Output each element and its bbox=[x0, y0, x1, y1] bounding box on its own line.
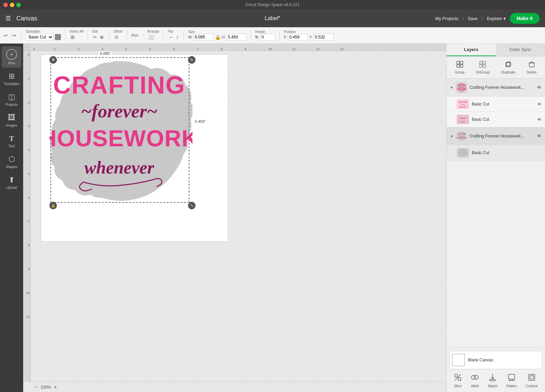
my-projects-button[interactable]: My Projects bbox=[435, 16, 458, 21]
layer-item-3[interactable]: Basic Cut bbox=[447, 145, 545, 161]
svg-text:HOUSEWRK: HOUSEWRK bbox=[456, 137, 467, 139]
layer-group-2-header[interactable]: ▼ CRAFTING forever HOUSEWRK Crafting For… bbox=[447, 127, 545, 145]
layer-group-1-header[interactable]: ▼ CRAFTING forever HOUSEWRK Crafting For… bbox=[447, 79, 545, 97]
offset-button[interactable]: ⊙ bbox=[113, 33, 120, 41]
redo-button[interactable]: ↪ bbox=[11, 32, 17, 39]
pos-y-input[interactable] bbox=[313, 34, 334, 40]
flip-h-button[interactable]: ↔ bbox=[168, 33, 174, 41]
new-icon: + bbox=[6, 49, 17, 60]
sidebar-shapes-label: Shapes bbox=[6, 165, 17, 169]
pos-x-input[interactable] bbox=[287, 34, 308, 40]
delete-action[interactable]: Delete bbox=[524, 59, 539, 76]
delete-handle[interactable]: ✕ bbox=[49, 56, 57, 64]
blank-canvas-area[interactable]: Blank Canvas bbox=[449, 351, 542, 369]
operation-color-swatch[interactable] bbox=[55, 34, 61, 40]
minimize-button[interactable] bbox=[10, 3, 14, 7]
rotate-group: Rotate ↻ bbox=[255, 30, 280, 40]
svg-text:CRAFTING: CRAFTING bbox=[457, 133, 466, 135]
operation-label: Operation bbox=[26, 30, 61, 33]
templates-icon: ⊞ bbox=[9, 72, 15, 81]
document-label[interactable]: Label* bbox=[265, 15, 280, 21]
zoom-in-button[interactable]: + bbox=[54, 384, 57, 390]
canvas-area[interactable]: 0 1 2 3 4 5 6 7 8 9 10 11 12 13 0 1 2 bbox=[23, 44, 446, 392]
svg-text:whenever: whenever bbox=[84, 158, 154, 177]
close-button[interactable] bbox=[3, 3, 8, 7]
group-label: Group bbox=[455, 70, 465, 74]
duplicate-action[interactable]: Duplicate bbox=[498, 59, 518, 76]
maximize-button[interactable] bbox=[16, 3, 21, 7]
layer-1-name: Basic Cut bbox=[472, 102, 534, 107]
width-measurement: 6.085" bbox=[99, 51, 112, 56]
contour-tool[interactable]: Contour bbox=[526, 373, 538, 388]
svg-point-38 bbox=[474, 375, 478, 379]
height-label: H bbox=[222, 35, 225, 39]
operation-select[interactable]: Basic Cut bbox=[26, 33, 53, 41]
contour-label: Contour bbox=[526, 384, 538, 388]
zoom-out-button[interactable]: − bbox=[35, 384, 38, 390]
scale-handle[interactable]: ⤡ bbox=[188, 202, 196, 209]
layer-item-2[interactable]: forever whenever Basic Cut 👁 bbox=[447, 112, 545, 127]
layer-2-visibility-icon[interactable]: 👁 bbox=[537, 117, 542, 122]
attach-tool[interactable]: Attach bbox=[488, 373, 497, 388]
edit-button2[interactable]: ⊕ bbox=[99, 33, 105, 41]
select-all-button[interactable]: ⊞ bbox=[69, 33, 76, 41]
menu-icon[interactable]: ☰ bbox=[5, 15, 11, 22]
duplicate-label: Duplicate bbox=[501, 70, 515, 74]
lock-handle[interactable]: 🔒 bbox=[49, 202, 57, 209]
svg-rect-39 bbox=[490, 379, 495, 381]
edit-button[interactable]: ✂ bbox=[92, 33, 98, 41]
lock-icon[interactable]: 🔒 bbox=[215, 34, 221, 40]
layer-1-visibility-icon[interactable]: 👁 bbox=[537, 102, 542, 107]
layer-item-1[interactable]: CRAFTING forever HOUSEWRK Basic Cut 👁 bbox=[447, 97, 545, 112]
make-it-button[interactable]: Make It bbox=[510, 13, 540, 24]
width-label: W bbox=[188, 35, 191, 39]
rotate-handle[interactable]: ↻ bbox=[188, 56, 196, 64]
rotate-label: Rotate bbox=[255, 30, 275, 34]
svg-text:~forever~: ~forever~ bbox=[81, 101, 158, 121]
arrange-button[interactable]: ⬜ bbox=[147, 33, 155, 41]
weld-tool[interactable]: Weld bbox=[471, 373, 479, 388]
tab-color-sync[interactable]: Color Sync bbox=[496, 44, 545, 56]
group-action[interactable]: Group bbox=[452, 59, 467, 76]
design-artwork[interactable]: CRAFTING ~forever~ HOUSEWORK whenever bbox=[49, 58, 192, 204]
nav-separator: | bbox=[463, 16, 464, 21]
sidebar-item-templates[interactable]: ⊞ Templates bbox=[2, 69, 21, 88]
height-input[interactable] bbox=[226, 34, 247, 40]
svg-rect-11 bbox=[480, 65, 482, 67]
group-icon bbox=[456, 61, 464, 70]
toolbar: ↩ ↪ Operation Basic Cut Select All ⊞ Edi… bbox=[0, 27, 545, 44]
layer-2-thumbnail: forever whenever bbox=[457, 115, 469, 124]
flip-v-button[interactable]: ↕ bbox=[175, 33, 180, 41]
svg-rect-5 bbox=[457, 61, 460, 64]
svg-text:forever: forever bbox=[461, 104, 465, 105]
nav-separator2: | bbox=[482, 16, 483, 21]
undo-button[interactable]: ↩ bbox=[3, 32, 9, 39]
sidebar-item-text[interactable]: T Text bbox=[2, 131, 21, 151]
svg-rect-8 bbox=[460, 65, 463, 67]
explore-button[interactable]: Explore ▾ bbox=[487, 16, 505, 21]
slice-tool[interactable]: Slice bbox=[454, 373, 462, 388]
sidebar-item-new[interactable]: + New bbox=[2, 46, 21, 68]
group-1-visibility-icon[interactable]: 👁 bbox=[537, 85, 542, 90]
sidebar-item-upload[interactable]: ⬆ Upload bbox=[2, 173, 21, 192]
zoom-level: 100% bbox=[41, 385, 51, 390]
ungroup-action[interactable]: UnGroup bbox=[473, 59, 493, 76]
save-button[interactable]: Save bbox=[468, 16, 478, 21]
width-input[interactable] bbox=[193, 34, 214, 40]
canvas-content[interactable]: CRAFTING ~forever~ HOUSEWORK whenever ✕ bbox=[31, 51, 446, 382]
svg-rect-6 bbox=[460, 61, 463, 64]
group-1-expand-icon: ▼ bbox=[450, 86, 453, 89]
layer-3-name: Basic Cut bbox=[472, 150, 542, 155]
text-icon: T bbox=[9, 134, 14, 143]
left-sidebar: + New ⊞ Templates ◫ Projects 🖼 Images T … bbox=[0, 44, 23, 392]
size-group: Size W 🔒 H bbox=[188, 30, 251, 40]
group-2-expand-icon: ▼ bbox=[450, 134, 453, 138]
sidebar-item-projects[interactable]: ◫ Projects bbox=[2, 90, 21, 109]
sidebar-item-shapes[interactable]: ⬡ Shapes bbox=[2, 152, 21, 172]
rotate-input[interactable] bbox=[260, 34, 275, 40]
offset-group: Offset ⊙ bbox=[113, 30, 127, 41]
sidebar-item-images[interactable]: 🖼 Images bbox=[2, 111, 21, 130]
tab-layers[interactable]: Layers bbox=[447, 44, 496, 56]
group-2-visibility-icon[interactable]: 👁 bbox=[537, 133, 542, 139]
flatten-tool[interactable]: Flatten bbox=[507, 373, 517, 388]
